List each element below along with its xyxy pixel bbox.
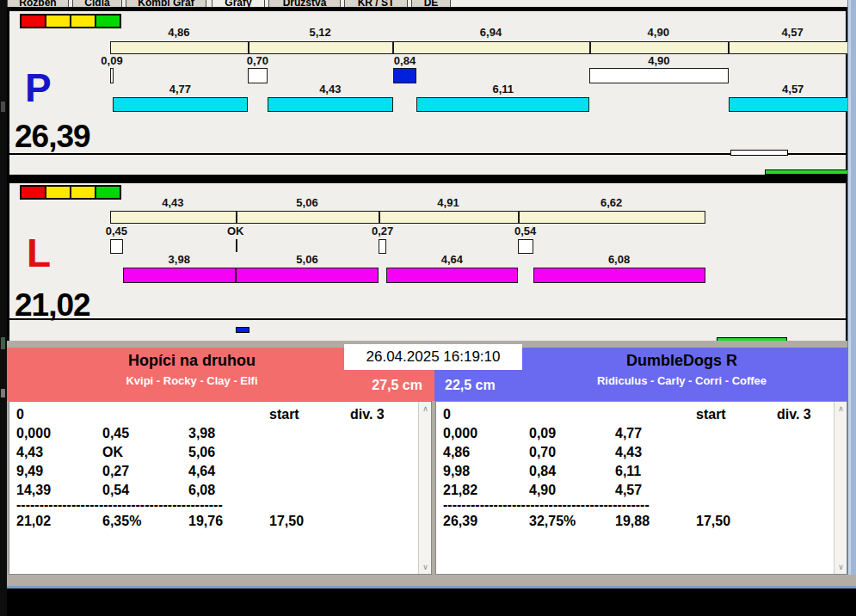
table-row: 21,824,904,57 bbox=[436, 481, 847, 500]
traffic-lights bbox=[20, 185, 121, 200]
changeover-label: 0,27 bbox=[372, 225, 393, 237]
lane-panel-right: P 26,39 4,865,126,944,904,570,094,770,70… bbox=[7, 11, 847, 175]
cell bbox=[95, 405, 182, 424]
team-name-blue: DumbleDogs R bbox=[516, 352, 847, 370]
separator-band bbox=[7, 175, 847, 183]
run-bar bbox=[416, 97, 589, 112]
light-yellow-icon bbox=[45, 185, 71, 200]
scroll-up-icon[interactable]: ∧ bbox=[419, 402, 432, 416]
split-label: 6,94 bbox=[480, 26, 502, 39]
cell: start bbox=[689, 405, 770, 424]
table-separator: ----------------------------------------… bbox=[9, 500, 268, 512]
scrollbar[interactable]: ∧∨ bbox=[834, 402, 847, 574]
cell bbox=[608, 405, 689, 424]
cell: 19,76 bbox=[182, 512, 262, 531]
run-bar bbox=[123, 268, 236, 283]
baseline bbox=[9, 318, 846, 320]
cell bbox=[522, 405, 608, 424]
cell: 9,49 bbox=[9, 462, 95, 481]
run-label: 4,77 bbox=[169, 83, 191, 95]
run-bar bbox=[533, 268, 705, 283]
scroll-down-icon[interactable]: ∨ bbox=[834, 560, 847, 574]
run-label: 5,06 bbox=[296, 253, 317, 266]
changeover-label: OK bbox=[227, 225, 244, 237]
cell: 0,45 bbox=[95, 424, 182, 443]
cell bbox=[262, 462, 343, 481]
outline-box-mark bbox=[730, 150, 788, 156]
changeover-ok-tick bbox=[236, 239, 237, 252]
cell: 5,06 bbox=[182, 443, 262, 462]
changeover-box bbox=[518, 239, 533, 254]
table-separator: ----------------------------------------… bbox=[436, 500, 694, 512]
scrollbar[interactable]: ∧∨ bbox=[418, 402, 431, 574]
run-label: 4,57 bbox=[782, 83, 804, 95]
light-red-icon bbox=[20, 185, 46, 200]
table-row: 0,0000,094,77 bbox=[436, 424, 847, 443]
split-label: 4,90 bbox=[648, 26, 669, 39]
run-bar bbox=[236, 268, 379, 283]
results-table-red: 0startdiv. 30,0000,453,984,43OK5,069,490… bbox=[9, 401, 432, 575]
cell: 17,50 bbox=[689, 512, 770, 531]
light-yellow-icon bbox=[45, 14, 71, 28]
cell: 4,43 bbox=[608, 443, 689, 462]
cell: 0 bbox=[436, 405, 522, 424]
run-bar bbox=[268, 97, 393, 112]
cell: 21,82 bbox=[436, 481, 522, 500]
cell: 4,90 bbox=[522, 481, 608, 500]
table-row: 14,390,546,08 bbox=[9, 481, 431, 500]
light-green-icon bbox=[95, 185, 121, 200]
green-bar-mark bbox=[765, 169, 856, 175]
window-border-bottom bbox=[7, 575, 856, 588]
cell: 4,43 bbox=[9, 443, 95, 462]
split-divider bbox=[518, 212, 520, 223]
lane-letter-l: L bbox=[27, 233, 51, 273]
run-label: 3,98 bbox=[169, 253, 190, 266]
scroll-down-icon[interactable]: ∨ bbox=[419, 560, 432, 574]
split-divider bbox=[236, 212, 237, 223]
run-label: 4,43 bbox=[319, 83, 341, 95]
light-green-icon bbox=[95, 14, 121, 28]
jump-height-red: 27,5 cm bbox=[372, 378, 422, 393]
changeover-box bbox=[379, 239, 386, 254]
cell: 6,08 bbox=[182, 481, 262, 500]
run-label: 6,11 bbox=[493, 83, 514, 95]
table-row: 4,860,704,43 bbox=[436, 443, 847, 462]
split-label: 4,57 bbox=[781, 26, 803, 39]
cell bbox=[182, 405, 262, 424]
run-label: 6,08 bbox=[608, 253, 630, 266]
cell: 19,88 bbox=[608, 512, 689, 531]
table-header-row: 0startdiv. 3 bbox=[9, 405, 431, 424]
app-window: RozběhČidlaKombi GrafGrafyDružstvaKR / S… bbox=[0, 0, 856, 616]
cell: 6,11 bbox=[608, 462, 689, 481]
run-bar bbox=[113, 97, 248, 112]
cell: 3,98 bbox=[182, 424, 262, 443]
lane-panel-left: L 21,02 4,435,064,916,620,453,98OK5,060,… bbox=[7, 183, 847, 341]
cell: 26,39 bbox=[436, 512, 522, 531]
light-yellow2-icon bbox=[70, 14, 96, 28]
cell: 4,64 bbox=[182, 462, 262, 481]
cell: 21,02 bbox=[9, 512, 95, 531]
split-label: 4,43 bbox=[162, 196, 183, 209]
team-members-red: Kvipi - Rocky - Clay - Elfi bbox=[7, 374, 377, 387]
run-bar bbox=[386, 268, 518, 283]
lane-letter-p: P bbox=[25, 68, 52, 108]
cell: 4,86 bbox=[436, 443, 522, 462]
desktop-fleck bbox=[1, 102, 5, 112]
changeover-label: 0,54 bbox=[514, 225, 536, 237]
split-label: 5,12 bbox=[309, 26, 330, 39]
scroll-up-icon[interactable]: ∧ bbox=[834, 402, 847, 416]
run-bar bbox=[729, 97, 856, 112]
cell: 0,70 bbox=[522, 443, 608, 462]
changeover-box bbox=[589, 68, 728, 83]
changeover-box bbox=[393, 68, 417, 83]
cell: 9,98 bbox=[436, 462, 522, 481]
cell bbox=[689, 481, 770, 500]
table-row: 4,43OK5,06 bbox=[9, 443, 431, 462]
team-name-red: Hopíci na druhou bbox=[7, 352, 377, 370]
split-divider bbox=[392, 42, 394, 53]
changeover-box bbox=[248, 68, 268, 83]
split-label: 6,62 bbox=[600, 196, 622, 209]
split-bar bbox=[110, 211, 705, 224]
cell: 0,54 bbox=[95, 481, 182, 500]
changeover-label: 0,09 bbox=[101, 54, 122, 67]
